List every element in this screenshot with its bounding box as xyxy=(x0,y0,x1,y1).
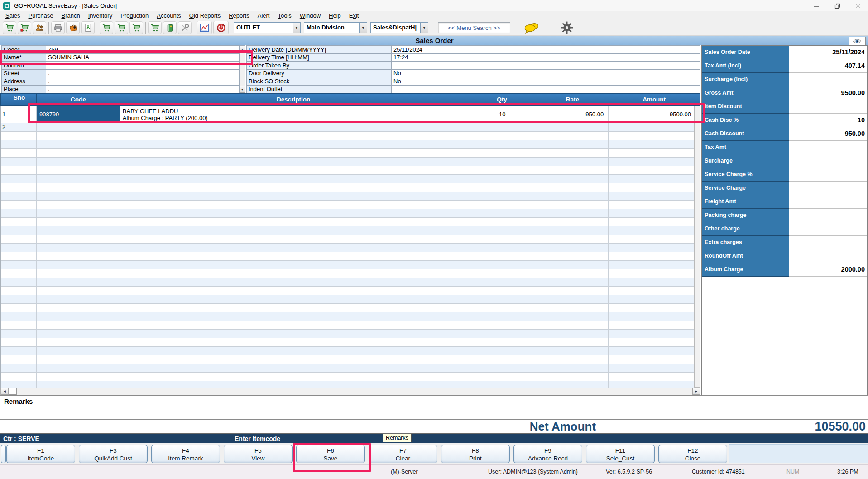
grid-cell[interactable] xyxy=(120,226,468,235)
grid-cell[interactable] xyxy=(37,201,120,209)
order-cart-icon-3[interactable] xyxy=(129,21,143,34)
grid-cell[interactable] xyxy=(537,278,609,287)
grid-cell[interactable] xyxy=(537,261,609,269)
grid-cell[interactable] xyxy=(1,183,37,192)
grid-cell[interactable] xyxy=(609,278,694,287)
scrollbar-thumb[interactable] xyxy=(9,388,17,395)
function-key-stub[interactable] xyxy=(1,445,6,463)
grid-cell[interactable] xyxy=(37,278,120,287)
grid-cell[interactable] xyxy=(609,244,694,252)
grid-cell[interactable] xyxy=(120,330,468,338)
grid-cell[interactable] xyxy=(120,381,468,388)
grid-cell[interactable] xyxy=(609,192,694,201)
grid-cell[interactable] xyxy=(537,304,609,312)
grid-cell[interactable] xyxy=(120,244,468,252)
f12-close-button[interactable]: F12Close xyxy=(658,445,727,463)
grid-cell[interactable] xyxy=(537,287,609,295)
grid-cell-amount[interactable]: 9500.00 xyxy=(609,106,694,123)
summary-value[interactable] xyxy=(789,236,867,249)
tools-wrench-icon[interactable] xyxy=(178,21,192,34)
grid-cell[interactable] xyxy=(537,218,609,226)
grid-cell[interactable] xyxy=(37,175,120,183)
grid-cell[interactable] xyxy=(1,295,37,304)
grid-cell[interactable] xyxy=(37,140,120,149)
stock-book-icon[interactable] xyxy=(163,21,177,34)
grid-cell[interactable] xyxy=(609,235,694,244)
grid-cell-description[interactable] xyxy=(120,123,468,132)
form-field[interactable]: 25/11/2024 xyxy=(392,46,700,53)
grid-cell[interactable] xyxy=(1,244,37,252)
grid-cell[interactable] xyxy=(37,287,120,295)
summary-value[interactable]: 2000.00 xyxy=(789,263,867,277)
grid-cell[interactable] xyxy=(467,192,537,201)
grid-cell[interactable] xyxy=(467,235,537,244)
grid-cell[interactable] xyxy=(37,226,120,235)
grid-cell[interactable] xyxy=(467,140,537,149)
grid-cell[interactable] xyxy=(37,218,120,226)
grid-cell[interactable] xyxy=(537,381,609,388)
grid-cell[interactable] xyxy=(609,175,694,183)
grid-cell-description[interactable]: BABY GHEE LADDU Album Charge : PARTY (20… xyxy=(120,106,467,123)
purchase-bag-icon[interactable] xyxy=(66,21,80,34)
grid-cell[interactable] xyxy=(467,321,537,330)
menu-item[interactable]: Window xyxy=(296,11,325,20)
restore-button[interactable] xyxy=(827,0,848,11)
grid-cell[interactable] xyxy=(1,269,37,278)
grid-cell[interactable] xyxy=(120,149,468,158)
summary-value[interactable]: 407.14 xyxy=(789,59,867,73)
form-field[interactable] xyxy=(392,62,700,69)
grid-cell[interactable] xyxy=(467,226,537,235)
grid-cell[interactable] xyxy=(467,304,537,312)
scrollbar-track[interactable] xyxy=(17,388,692,395)
grid-cell[interactable] xyxy=(120,321,468,330)
grid-cell[interactable] xyxy=(1,149,37,158)
summary-value[interactable] xyxy=(789,195,867,209)
grid-cell[interactable] xyxy=(467,312,537,321)
summary-value[interactable] xyxy=(789,168,867,182)
grid-cell[interactable] xyxy=(37,158,120,166)
menu-search-input[interactable]: << Menu Search >> xyxy=(438,22,510,33)
grid-cell[interactable] xyxy=(609,373,694,381)
grid-cell[interactable] xyxy=(609,355,694,364)
f8-print-button[interactable]: F8Print xyxy=(441,445,510,463)
menu-item[interactable]: Old Reports xyxy=(185,11,225,20)
f5-view-button[interactable]: F5View xyxy=(224,445,293,463)
grid-cell[interactable] xyxy=(609,321,694,330)
grid-cell[interactable] xyxy=(120,295,468,304)
grid-vertical-scrollbar[interactable] xyxy=(694,106,700,388)
grid-cell[interactable] xyxy=(37,192,120,201)
remarks-input[interactable] xyxy=(0,407,868,419)
grid-cell[interactable] xyxy=(37,269,120,278)
chevron-down-icon[interactable]: ▼ xyxy=(420,23,428,33)
grid-cell[interactable] xyxy=(537,226,609,235)
grid-cell[interactable] xyxy=(1,330,37,338)
grid-cell[interactable] xyxy=(537,312,609,321)
grid-cell[interactable] xyxy=(120,175,468,183)
grid-cell[interactable] xyxy=(609,312,694,321)
grid-cell[interactable] xyxy=(1,373,37,381)
settings-gear-icon[interactable] xyxy=(560,21,574,34)
f6-save-button[interactable]: F6Save xyxy=(296,445,365,463)
grid-cell[interactable] xyxy=(537,201,609,209)
grid-cell[interactable] xyxy=(120,140,468,149)
grid-cell[interactable] xyxy=(609,166,694,175)
grid-cell[interactable] xyxy=(120,304,468,312)
grid-cell-sno[interactable]: 1 xyxy=(1,106,37,123)
goods-note-icon[interactable] xyxy=(81,21,95,34)
grid-cell[interactable] xyxy=(37,338,120,347)
summary-value[interactable] xyxy=(789,141,867,154)
grid-cell[interactable] xyxy=(37,235,120,244)
menu-item[interactable]: Sales xyxy=(1,11,24,20)
power-icon[interactable] xyxy=(213,21,229,34)
grid-cell[interactable] xyxy=(467,287,537,295)
grid-cell[interactable] xyxy=(537,355,609,364)
summary-value[interactable] xyxy=(789,209,867,222)
grid-cell[interactable] xyxy=(467,381,537,388)
grid-cell[interactable] xyxy=(467,244,537,252)
summary-value[interactable] xyxy=(789,182,867,195)
grid-cell[interactable] xyxy=(537,244,609,252)
division-combo[interactable]: Main Division ▼ xyxy=(304,22,367,33)
grid-cell[interactable] xyxy=(120,166,468,175)
grid-cell[interactable] xyxy=(120,347,468,355)
sales-return-cart-icon[interactable] xyxy=(18,21,31,34)
